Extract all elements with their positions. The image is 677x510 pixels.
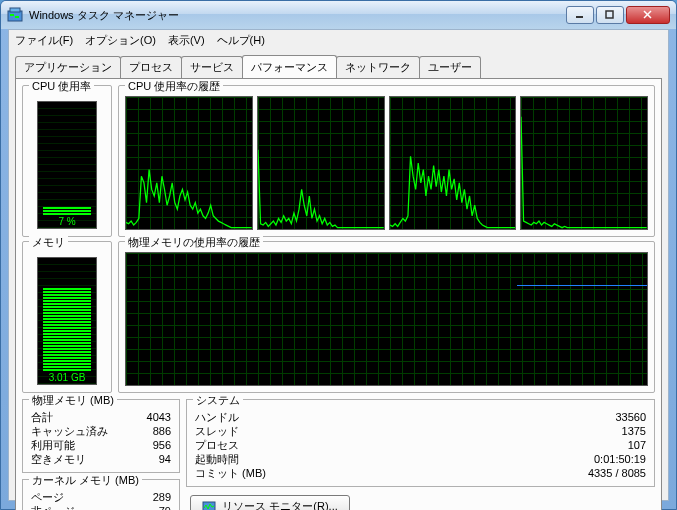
task-manager-window: Windows タスク マネージャー ファイル(F) オプション(O) 表示(V… bbox=[0, 0, 677, 510]
client-area: ファイル(F) オプション(O) 表示(V) ヘルプ(H) アプリケーション プ… bbox=[8, 29, 669, 501]
cpu-usage-box: CPU 使用率 7 % bbox=[22, 85, 112, 237]
phys-free-label: 空きメモリ bbox=[31, 452, 86, 466]
cpu-history-box: CPU 使用率の履歴 bbox=[118, 85, 655, 237]
cpu-usage-value: 7 % bbox=[58, 215, 75, 228]
memory-title: メモリ bbox=[29, 235, 68, 250]
window-controls bbox=[564, 6, 670, 24]
memory-graph bbox=[125, 252, 648, 386]
cpu-graph-2 bbox=[389, 96, 517, 230]
performance-panel: CPU 使用率 7 % CPU 使用率の履歴 メモ bbox=[15, 78, 662, 510]
tab-applications[interactable]: アプリケーション bbox=[15, 56, 121, 79]
svg-rect-1 bbox=[10, 8, 20, 12]
tab-services[interactable]: サービス bbox=[181, 56, 243, 79]
sys-commit-label: コミット (MB) bbox=[195, 466, 266, 480]
cpu-graph-1 bbox=[257, 96, 385, 230]
sys-uptime-label: 起動時間 bbox=[195, 452, 239, 466]
sys-procs-label: プロセス bbox=[195, 438, 239, 452]
phys-cached-label: キャッシュ済み bbox=[31, 424, 108, 438]
tab-processes[interactable]: プロセス bbox=[120, 56, 182, 79]
minimize-button[interactable] bbox=[566, 6, 594, 24]
kernel-nonpaged-value: 79 bbox=[159, 504, 171, 510]
phys-avail-value: 956 bbox=[153, 438, 171, 452]
menubar: ファイル(F) オプション(O) 表示(V) ヘルプ(H) bbox=[9, 30, 668, 51]
menu-options[interactable]: オプション(O) bbox=[85, 33, 156, 48]
tab-strip: アプリケーション プロセス サービス パフォーマンス ネットワーク ユーザー bbox=[15, 55, 662, 78]
cpu-usage-meter: 7 % bbox=[37, 101, 97, 229]
tab-users[interactable]: ユーザー bbox=[419, 56, 481, 79]
svg-rect-5 bbox=[606, 11, 613, 18]
svg-rect-2 bbox=[10, 14, 14, 16]
physical-memory-title: 物理メモリ (MB) bbox=[29, 393, 117, 408]
phys-cached-value: 886 bbox=[153, 424, 171, 438]
menu-file[interactable]: ファイル(F) bbox=[15, 33, 73, 48]
app-icon bbox=[7, 7, 23, 23]
sys-handles-value: 33560 bbox=[615, 410, 646, 424]
memory-value: 3.01 GB bbox=[49, 371, 86, 384]
kernel-memory-title: カーネル メモリ (MB) bbox=[29, 473, 142, 488]
resource-monitor-label: リソース モニター(R)... bbox=[222, 499, 338, 510]
memory-box: メモリ 3.01 GB bbox=[22, 241, 112, 393]
phys-total-label: 合計 bbox=[31, 410, 53, 424]
phys-free-value: 94 bbox=[159, 452, 171, 466]
close-button[interactable] bbox=[626, 6, 670, 24]
sys-threads-value: 1375 bbox=[622, 424, 646, 438]
sys-commit-value: 4335 / 8085 bbox=[588, 466, 646, 480]
kernel-memory-panel: カーネル メモリ (MB) ページ289 非ページ79 bbox=[22, 479, 180, 510]
tab-performance[interactable]: パフォーマンス bbox=[242, 55, 337, 78]
window-title: Windows タスク マネージャー bbox=[29, 8, 564, 23]
memory-meter: 3.01 GB bbox=[37, 257, 97, 385]
kernel-nonpaged-label: 非ページ bbox=[31, 504, 75, 510]
physical-memory-panel: 物理メモリ (MB) 合計4043 キャッシュ済み886 利用可能956 空きメ… bbox=[22, 399, 180, 473]
menu-help[interactable]: ヘルプ(H) bbox=[217, 33, 265, 48]
memory-history-title: 物理メモリの使用率の履歴 bbox=[125, 235, 263, 250]
resource-monitor-button[interactable]: リソース モニター(R)... bbox=[190, 495, 350, 510]
tab-networking[interactable]: ネットワーク bbox=[336, 56, 420, 79]
cpu-usage-title: CPU 使用率 bbox=[29, 79, 94, 94]
svg-rect-3 bbox=[15, 16, 19, 18]
menu-view[interactable]: 表示(V) bbox=[168, 33, 205, 48]
kernel-paged-value: 289 bbox=[153, 490, 171, 504]
titlebar[interactable]: Windows タスク マネージャー bbox=[1, 1, 676, 29]
system-title: システム bbox=[193, 393, 243, 408]
cpu-graph-0 bbox=[125, 96, 253, 230]
sys-uptime-value: 0:01:50:19 bbox=[594, 452, 646, 466]
cpu-graph-3 bbox=[520, 96, 648, 230]
system-panel: システム ハンドル33560 スレッド1375 プロセス107 起動時間0:01… bbox=[186, 399, 655, 487]
cpu-history-title: CPU 使用率の履歴 bbox=[125, 79, 223, 94]
sys-handles-label: ハンドル bbox=[195, 410, 239, 424]
phys-total-value: 4043 bbox=[147, 410, 171, 424]
resource-monitor-icon bbox=[202, 500, 216, 511]
memory-history-box: 物理メモリの使用率の履歴 bbox=[118, 241, 655, 393]
phys-avail-label: 利用可能 bbox=[31, 438, 75, 452]
sys-threads-label: スレッド bbox=[195, 424, 239, 438]
maximize-button[interactable] bbox=[596, 6, 624, 24]
sys-procs-value: 107 bbox=[628, 438, 646, 452]
kernel-paged-label: ページ bbox=[31, 490, 64, 504]
